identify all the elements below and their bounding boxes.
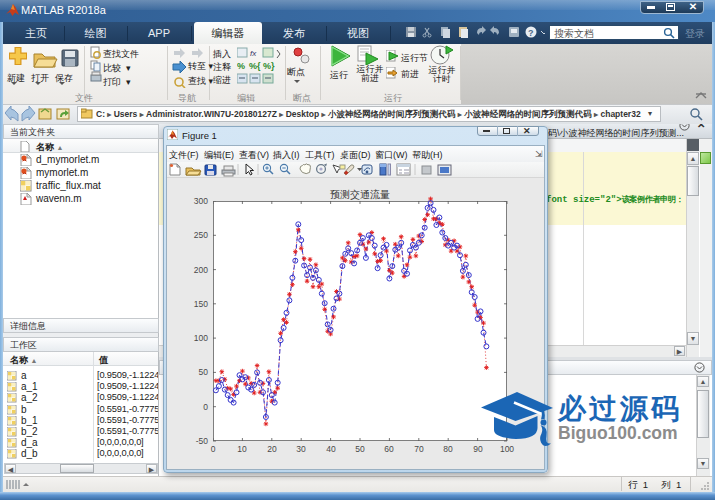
- svg-text:%{: %{: [249, 61, 261, 71]
- svg-text:fx: fx: [250, 49, 257, 58]
- svg-text:%}: %}: [263, 61, 275, 71]
- svg-text:?: ?: [528, 28, 534, 38]
- svg-text:%: %: [237, 61, 245, 71]
